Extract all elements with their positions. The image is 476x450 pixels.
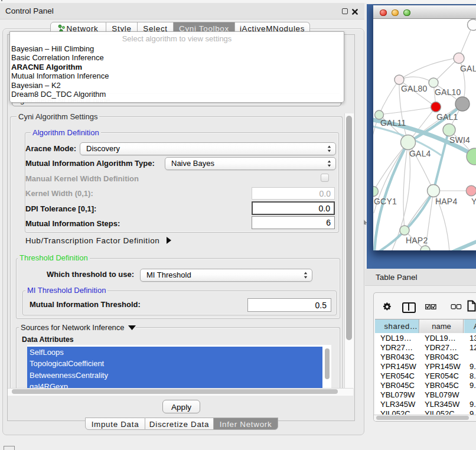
svg-text:SWI4: SWI4 [449, 135, 470, 145]
svg-text:HAP4: HAP4 [435, 197, 457, 206]
svg-text:GAL4: GAL4 [409, 149, 431, 158]
svg-text:HAP2: HAP2 [406, 236, 428, 245]
svg-text:GAL11: GAL11 [380, 118, 406, 128]
svg-text:GAL10: GAL10 [435, 87, 461, 97]
svg-text:GAL80: GAL80 [401, 84, 428, 93]
svg-text:Y: Y [471, 197, 476, 206]
svg-text:GCY1: GCY1 [374, 197, 397, 206]
svg-text:GAL1: GAL1 [436, 112, 458, 122]
svg-text:GAL: GAL [460, 64, 476, 73]
